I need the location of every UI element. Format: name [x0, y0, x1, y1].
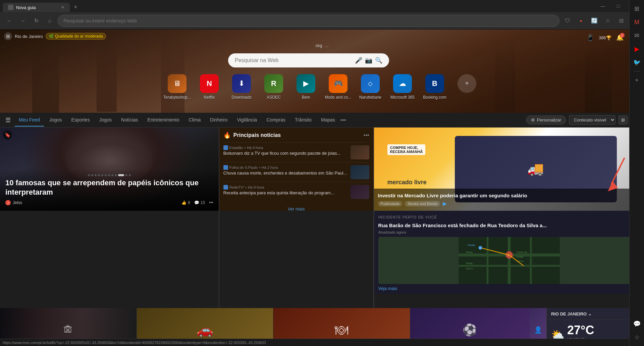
news-card: 🔥 Principais notícias ••• E Estadão • Há [219, 128, 373, 211]
tab-mapas[interactable]: Mapas [317, 114, 339, 127]
more-tabs-button[interactable]: ••• [340, 117, 346, 123]
incident-see-more-button[interactable]: Veja mais [378, 286, 397, 291]
comment-button[interactable]: 💬 15 [194, 200, 205, 205]
personalize-button[interactable]: ⚙ Personalizar [526, 115, 566, 125]
search-icon[interactable]: 🔍 [375, 57, 382, 64]
main-card-image[interactable]: 🔖 [0, 128, 219, 211]
active-tab[interactable]: Nova guia ✕ [3, 3, 70, 12]
weather-city: RIO DE JANEIRO ⌄ [551, 311, 592, 316]
incident-card: INCIDENTE PERTO DE VOCÊ ••• Rua Barão de… [374, 211, 644, 308]
tab-transito[interactable]: Trânsito [291, 114, 316, 127]
downloads-label: Downloads [231, 95, 251, 100]
add-shortcut-icon: + [458, 74, 476, 93]
grid-view-button[interactable]: ⊞ [618, 115, 628, 125]
microphone-icon[interactable]: 🎤 [355, 57, 362, 64]
tab-compras[interactable]: Compras [262, 114, 289, 127]
side-twitter-icon[interactable]: 🐦 [631, 56, 643, 68]
news-thumb-3 [351, 185, 369, 199]
tab-entretenimento[interactable]: Entretenimento [144, 114, 183, 127]
url-input[interactable] [58, 15, 559, 27]
comment-count: 15 [201, 200, 205, 205]
add-shortcut-button[interactable]: + [453, 74, 480, 100]
side-email-icon[interactable]: ✉ [631, 30, 643, 42]
ver-mais-button[interactable]: Ver mais [223, 204, 369, 211]
tab-dinheiro[interactable]: Dinheiro [206, 114, 231, 127]
back-button[interactable]: ← [4, 15, 15, 26]
side-apps-icon[interactable]: ⊞ [631, 3, 643, 15]
news-item-1[interactable]: E Estadão • Há 4 hora Bolsonaro diz a TV… [223, 142, 369, 162]
camera-icon[interactable]: 📷 [365, 57, 372, 64]
tab-vigilancia[interactable]: Vigilância [233, 114, 261, 127]
record-icon[interactable]: ● [576, 15, 586, 26]
side-add-icon[interactable]: + [631, 74, 643, 86]
shortcut-naruttebane[interactable]: ◇ Naruttebane [357, 74, 384, 100]
shortcut-ms365[interactable]: ☁ Microsoft 365 [389, 74, 416, 100]
news-item-2-content: F Folha de S.Paulo • Há 2 hora Chuva cau… [223, 165, 348, 176]
tab-clima[interactable]: Clima [185, 114, 205, 127]
svg-text:!: ! [507, 253, 508, 257]
news-item-3[interactable]: R RedeTV! • Há 9 hora Receita antecipa p… [223, 182, 369, 202]
card-pagination-dots [5, 174, 213, 176]
mods-label: Mods and co... [325, 95, 352, 100]
netflix-label: Netflix [204, 95, 215, 100]
estadao-icon: E [223, 145, 228, 150]
shortcut-asoec[interactable]: R ASOEC [260, 74, 287, 100]
shortcut-booking[interactable]: B Booking.com [421, 74, 448, 100]
shortcut-downloads[interactable]: ⬇ Downloads [228, 74, 255, 100]
ml-play-icon[interactable]: ▶ [443, 200, 447, 207]
chevron-down-icon[interactable]: ⌄ [588, 311, 592, 316]
minimize-button[interactable]: — [595, 0, 610, 12]
tab-close-button[interactable]: ✕ [61, 5, 64, 10]
content-visibility-select[interactable]: Conteúdo visível [569, 115, 615, 125]
shortcut-mods[interactable]: 🎮 Mods and co... [325, 74, 352, 100]
refresh-button[interactable]: ↻ [31, 15, 42, 26]
news-title: Principais notícias [233, 132, 281, 138]
star-icon[interactable]: ☆ [602, 15, 613, 26]
tab-jogos[interactable]: Jogos [45, 114, 66, 127]
ml-card-title: Investir na Mercado Livre poderia garant… [378, 193, 640, 198]
forward-button[interactable]: → [17, 15, 28, 26]
dot-3 [95, 174, 97, 176]
main-article-card[interactable]: 🔖 [0, 128, 219, 308]
collection-icon[interactable]: ⊟ [616, 15, 627, 26]
shortcut-netflix[interactable]: N Netflix [196, 74, 223, 100]
dot-11 [125, 174, 127, 176]
card-actions: 👍 8 💬 15 ••• [181, 200, 213, 205]
extension-icon[interactable]: 🔄 [589, 15, 600, 26]
skg-row: skg ... [315, 43, 328, 48]
feed-menu-button[interactable]: ☰ [5, 116, 11, 124]
bem-icon: ▶ [297, 74, 315, 93]
news-item-2[interactable]: F Folha de S.Paulo • Há 2 hora Chuva cau… [223, 162, 369, 182]
search-input[interactable] [235, 57, 352, 63]
browser-frame: Nova guia ✕ + — □ ✕ ← → ↻ ⌂ 🛡 ● 🔄 ☆ ⊟ 👤 [0, 0, 644, 346]
side-gmail-icon[interactable]: M [631, 16, 643, 28]
tab-jogos2[interactable]: Jogos [95, 114, 116, 127]
news-source-1: E Estadão • Há 4 hora [223, 145, 348, 150]
home-button[interactable]: ⌂ [44, 15, 55, 26]
shield-icon[interactable]: 🛡 [562, 15, 573, 26]
side-divider [634, 71, 640, 71]
tab-noticias[interactable]: Notícias [117, 114, 142, 127]
feed-section: ☰ Meu Feed Jogos Esportes Jogos Notícias… [0, 113, 644, 346]
folha-icon: F [223, 165, 228, 170]
side-youtube-icon[interactable]: ▶ [631, 43, 643, 55]
news-source-3: R RedeTV! • Há 9 hora [223, 185, 348, 190]
incident-updated: Atualizado agora [378, 230, 640, 234]
bookmark-icon[interactable]: 🔖 [3, 130, 12, 140]
new-tab-button[interactable]: + [71, 2, 80, 12]
news-more-button[interactable]: ••• [364, 132, 369, 138]
news-item-1-title: Bolsonaro diz a TV que ficou com segundo… [223, 151, 348, 156]
shortcut-terabyte[interactable]: 🖥 Terabyteshop... [164, 74, 191, 100]
side-whatsapp-icon[interactable]: 💬 [631, 318, 643, 330]
tab-meu-feed[interactable]: Meu Feed [15, 114, 44, 127]
tab-esportes[interactable]: Esportes [67, 114, 94, 127]
shortcut-bem[interactable]: ▶ Bem [292, 74, 319, 100]
like-button[interactable]: 👍 8 [181, 200, 190, 205]
side-opinion-icon[interactable]: ☆ [631, 331, 643, 343]
more-button[interactable]: ••• [209, 200, 213, 205]
comment-icon: 💬 [194, 200, 199, 205]
maximize-button[interactable]: □ [610, 0, 626, 12]
asoec-icon: R [264, 74, 283, 93]
svg-text:Marac: Marac [466, 251, 473, 254]
address-bar-icons: 🛡 ● 🔄 ☆ ⊟ 👤 [562, 15, 640, 26]
